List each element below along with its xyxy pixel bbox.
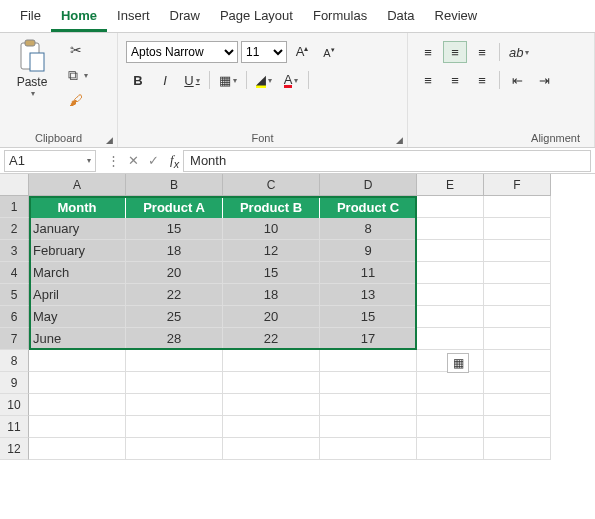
font-size-select[interactable]: 11 bbox=[241, 41, 287, 63]
font-color-button[interactable]: A▾ bbox=[279, 69, 303, 91]
cell[interactable] bbox=[320, 372, 417, 394]
cell[interactable] bbox=[417, 240, 484, 262]
tab-file[interactable]: File bbox=[10, 4, 51, 32]
row-head[interactable]: 4 bbox=[0, 262, 29, 284]
cell[interactable]: 20 bbox=[223, 306, 320, 328]
name-box[interactable]: A1▾ bbox=[4, 150, 96, 172]
paste-button[interactable]: Paste ▾ bbox=[8, 37, 56, 98]
cell[interactable] bbox=[484, 284, 551, 306]
col-head-A[interactable]: A bbox=[29, 174, 126, 196]
font-dialog-launcher[interactable]: ◢ bbox=[396, 135, 403, 145]
tab-insert[interactable]: Insert bbox=[107, 4, 160, 32]
cell[interactable] bbox=[126, 372, 223, 394]
cell[interactable] bbox=[417, 218, 484, 240]
row-head[interactable]: 10 bbox=[0, 394, 29, 416]
cell[interactable] bbox=[126, 416, 223, 438]
cell[interactable] bbox=[126, 438, 223, 460]
cut-button[interactable]: ✂ bbox=[60, 39, 92, 61]
row-head[interactable]: 11 bbox=[0, 416, 29, 438]
formula-input[interactable]: Month bbox=[183, 150, 591, 172]
cell[interactable]: 15 bbox=[223, 262, 320, 284]
cell[interactable]: 22 bbox=[126, 284, 223, 306]
cell[interactable] bbox=[223, 394, 320, 416]
cell[interactable] bbox=[29, 438, 126, 460]
cell[interactable] bbox=[417, 284, 484, 306]
col-head-D[interactable]: D bbox=[320, 174, 417, 196]
cell[interactable]: 28 bbox=[126, 328, 223, 350]
cell[interactable] bbox=[484, 350, 551, 372]
cell[interactable] bbox=[320, 350, 417, 372]
cell[interactable] bbox=[223, 416, 320, 438]
cell[interactable]: 13 bbox=[320, 284, 417, 306]
cell[interactable] bbox=[29, 372, 126, 394]
row-head[interactable]: 6 bbox=[0, 306, 29, 328]
cell[interactable] bbox=[320, 416, 417, 438]
cell[interactable] bbox=[484, 394, 551, 416]
cell[interactable] bbox=[484, 306, 551, 328]
align-top-button[interactable]: ≡ bbox=[416, 41, 440, 63]
cell[interactable] bbox=[223, 350, 320, 372]
align-right-button[interactable]: ≡ bbox=[470, 69, 494, 91]
cell[interactable] bbox=[484, 262, 551, 284]
namebox-dropdown[interactable]: ⋮ bbox=[104, 153, 122, 168]
col-head-B[interactable]: B bbox=[126, 174, 223, 196]
cell[interactable] bbox=[484, 196, 551, 218]
cell[interactable]: 18 bbox=[223, 284, 320, 306]
cell[interactable] bbox=[417, 196, 484, 218]
cell[interactable]: 25 bbox=[126, 306, 223, 328]
cell[interactable] bbox=[223, 372, 320, 394]
cell[interactable] bbox=[126, 350, 223, 372]
cell[interactable]: 15 bbox=[126, 218, 223, 240]
table-header-cell[interactable]: Product A bbox=[126, 196, 223, 218]
quick-analysis-button[interactable]: ▦ bbox=[447, 353, 469, 373]
decrease-font-button[interactable]: A▾ bbox=[317, 41, 341, 63]
tab-pagelayout[interactable]: Page Layout bbox=[210, 4, 303, 32]
row-head[interactable]: 3 bbox=[0, 240, 29, 262]
row-head[interactable]: 9 bbox=[0, 372, 29, 394]
cell[interactable] bbox=[320, 438, 417, 460]
cell[interactable] bbox=[29, 350, 126, 372]
row-head[interactable]: 1 bbox=[0, 196, 29, 218]
font-name-select[interactable]: Aptos Narrow bbox=[126, 41, 238, 63]
align-left-button[interactable]: ≡ bbox=[416, 69, 440, 91]
align-middle-button[interactable]: ≡ bbox=[443, 41, 467, 63]
cell[interactable]: February bbox=[29, 240, 126, 262]
underline-button[interactable]: U▾ bbox=[180, 69, 204, 91]
cell[interactable] bbox=[417, 394, 484, 416]
col-head-C[interactable]: C bbox=[223, 174, 320, 196]
cell[interactable] bbox=[223, 438, 320, 460]
cell[interactable] bbox=[29, 394, 126, 416]
borders-button[interactable]: ▦▾ bbox=[215, 69, 241, 91]
cell[interactable] bbox=[484, 438, 551, 460]
enter-formula-button[interactable]: ✓ bbox=[144, 153, 162, 168]
fx-icon[interactable]: fx bbox=[170, 152, 179, 170]
increase-indent-button[interactable]: ⇥ bbox=[532, 69, 556, 91]
cell[interactable] bbox=[417, 372, 484, 394]
align-center-button[interactable]: ≡ bbox=[443, 69, 467, 91]
row-head[interactable]: 8 bbox=[0, 350, 29, 372]
spreadsheet-grid[interactable]: A B C D E F 1 2 3 4 5 6 7 8 9 10 11 12 M… bbox=[0, 174, 595, 460]
cell[interactable] bbox=[484, 416, 551, 438]
cell[interactable] bbox=[417, 416, 484, 438]
orientation-button[interactable]: ab▾ bbox=[505, 41, 533, 63]
bold-button[interactable]: B bbox=[126, 69, 150, 91]
cell[interactable]: 18 bbox=[126, 240, 223, 262]
cell[interactable]: 9 bbox=[320, 240, 417, 262]
cell[interactable]: March bbox=[29, 262, 126, 284]
cell[interactable] bbox=[417, 306, 484, 328]
cell[interactable]: 12 bbox=[223, 240, 320, 262]
cell[interactable] bbox=[320, 394, 417, 416]
col-head-F[interactable]: F bbox=[484, 174, 551, 196]
row-head[interactable]: 12 bbox=[0, 438, 29, 460]
cell[interactable]: May bbox=[29, 306, 126, 328]
table-header-cell[interactable]: Month bbox=[29, 196, 126, 218]
cell[interactable] bbox=[126, 394, 223, 416]
cell[interactable]: 15 bbox=[320, 306, 417, 328]
increase-font-button[interactable]: A▴ bbox=[290, 41, 314, 63]
align-bottom-button[interactable]: ≡ bbox=[470, 41, 494, 63]
select-all-corner[interactable] bbox=[0, 174, 29, 196]
row-head[interactable]: 7 bbox=[0, 328, 29, 350]
clipboard-dialog-launcher[interactable]: ◢ bbox=[106, 135, 113, 145]
tab-formulas[interactable]: Formulas bbox=[303, 4, 377, 32]
cell[interactable]: 22 bbox=[223, 328, 320, 350]
